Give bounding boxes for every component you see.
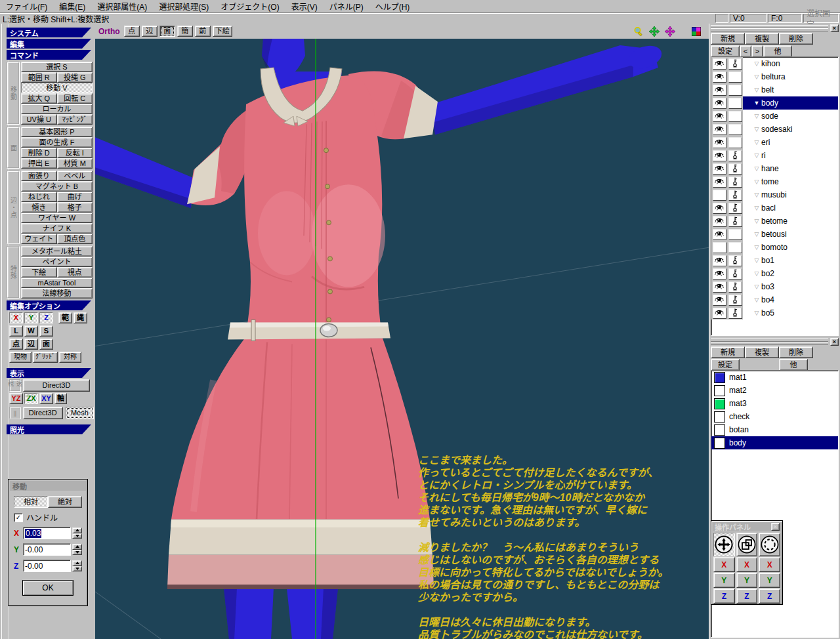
object-list-item[interactable]: ▽belt bbox=[711, 83, 838, 96]
section-header-display[interactable]: 表示 bbox=[7, 368, 91, 378]
object-list-item[interactable]: ▼body bbox=[711, 96, 838, 110]
command-button[interactable]: 曲げ bbox=[57, 192, 93, 202]
view-yz-button[interactable]: YZ bbox=[9, 393, 23, 404]
command-button[interactable]: 回転 C bbox=[57, 93, 93, 104]
y-value-input[interactable]: -0.00 bbox=[23, 543, 71, 556]
lock-key-toggle[interactable] bbox=[728, 308, 742, 319]
rotate-tool-icon[interactable] bbox=[759, 533, 780, 556]
direct3d-button[interactable]: Direct3D bbox=[23, 379, 90, 392]
scale-tool-icon[interactable] bbox=[736, 533, 758, 556]
viewport-tool-button[interactable]: 面 bbox=[159, 26, 175, 37]
material-list-item[interactable]: check bbox=[711, 410, 838, 423]
viewport-tool-button[interactable]: 下絵 bbox=[213, 26, 232, 37]
z-value-input[interactable]: -0.00 bbox=[23, 560, 71, 572]
command-button[interactable]: 傾き bbox=[21, 202, 57, 213]
object-list-item[interactable]: ▽kihon bbox=[711, 57, 838, 70]
lock-key-toggle[interactable] bbox=[728, 295, 742, 306]
command-button[interactable]: 移動 V bbox=[21, 83, 93, 93]
lock-key-toggle[interactable] bbox=[728, 72, 742, 83]
command-button[interactable]: ねじれ bbox=[21, 192, 57, 202]
expand-triangle-icon[interactable]: ▽ bbox=[752, 218, 761, 224]
lock-key-toggle[interactable] bbox=[728, 255, 742, 266]
object-duplicate-button[interactable]: 複製 bbox=[745, 33, 779, 45]
palette-icon[interactable] bbox=[690, 26, 702, 37]
lock-key-toggle[interactable] bbox=[728, 190, 742, 201]
command-button[interactable]: ナイフ K bbox=[21, 223, 93, 234]
expand-triangle-icon[interactable]: ▽ bbox=[752, 270, 761, 277]
section-header-edit-options[interactable]: 編集オプション bbox=[7, 300, 91, 310]
object-list-item[interactable]: ▽eri bbox=[711, 136, 838, 149]
expand-triangle-icon[interactable]: ▽ bbox=[752, 126, 761, 133]
material-list-item[interactable]: body bbox=[711, 436, 838, 449]
menu-item[interactable]: パネル(P) bbox=[324, 0, 369, 13]
lock-key-toggle[interactable] bbox=[728, 242, 742, 253]
toggle-actual-size[interactable]: 現物 bbox=[9, 352, 32, 363]
z-stepper[interactable] bbox=[72, 560, 82, 571]
menu-item[interactable]: 編集(E) bbox=[53, 0, 91, 13]
object-list-item[interactable]: ▽bo2 bbox=[711, 267, 838, 280]
expand-triangle-icon[interactable]: ▽ bbox=[752, 257, 761, 264]
toggle-world[interactable]: W bbox=[24, 325, 38, 337]
object-other-button[interactable]: 他 bbox=[763, 45, 792, 57]
viewport-tool-button[interactable]: 簡 bbox=[177, 26, 193, 37]
expand-triangle-icon[interactable]: ▼ bbox=[752, 100, 761, 106]
expand-triangle-icon[interactable]: ▽ bbox=[752, 165, 761, 172]
expand-triangle-icon[interactable]: ▽ bbox=[752, 152, 761, 159]
toggle-x-axis[interactable]: X bbox=[9, 312, 23, 323]
section-header-edit[interactable]: 編集 bbox=[7, 39, 91, 49]
lock-key-toggle[interactable] bbox=[728, 85, 742, 96]
visibility-eye-toggle[interactable] bbox=[713, 190, 726, 201]
axis-z-button[interactable]: Z bbox=[713, 588, 735, 604]
move-panel-title[interactable]: 移動 bbox=[10, 481, 86, 491]
toggle-screen[interactable]: S bbox=[39, 325, 53, 337]
lock-key-toggle[interactable] bbox=[728, 163, 742, 175]
axis-y-button[interactable]: Y bbox=[736, 573, 758, 588]
move-tool-icon[interactable] bbox=[713, 533, 735, 556]
visibility-eye-toggle[interactable] bbox=[713, 124, 726, 135]
viewport-tool-button[interactable]: 辺 bbox=[142, 26, 158, 37]
object-list-item[interactable]: ▽bomoto bbox=[711, 241, 838, 254]
command-button[interactable]: ベベル bbox=[57, 171, 93, 181]
material-delete-button[interactable]: 削除 bbox=[779, 346, 813, 358]
lock-key-toggle[interactable] bbox=[728, 111, 742, 122]
visibility-eye-toggle[interactable] bbox=[713, 58, 726, 70]
ok-button[interactable]: OK bbox=[22, 580, 74, 596]
object-delete-button[interactable]: 削除 bbox=[779, 33, 813, 45]
visibility-eye-toggle[interactable] bbox=[713, 137, 726, 148]
menu-item[interactable]: ヘルプ(H) bbox=[369, 0, 416, 13]
menu-item[interactable]: ファイル(F) bbox=[0, 0, 53, 13]
section-header-command[interactable]: コマンド bbox=[7, 50, 91, 60]
lock-key-toggle[interactable] bbox=[728, 216, 742, 227]
expand-triangle-icon[interactable]: ▽ bbox=[752, 139, 761, 146]
expand-triangle-icon[interactable]: ▽ bbox=[752, 113, 761, 119]
viewport-canvas[interactable]: ここまで来ました。作っているとごてごて付け足したくなるんですが、とにかくレトロ・… bbox=[95, 39, 709, 639]
object-settings-button[interactable]: 設定 bbox=[711, 45, 740, 57]
material-list-item[interactable]: mat2 bbox=[711, 384, 838, 397]
menu-item[interactable]: オブジェクト(O) bbox=[215, 0, 285, 13]
material-list-item[interactable]: mat3 bbox=[711, 397, 838, 410]
visibility-eye-toggle[interactable] bbox=[713, 176, 726, 188]
axis-x-button[interactable]: X bbox=[759, 557, 780, 572]
rope-select-button[interactable]: 縄 bbox=[74, 312, 87, 323]
object-list-item[interactable]: ▽tome bbox=[711, 175, 838, 188]
command-button[interactable]: ワイヤー W bbox=[21, 213, 93, 223]
pan-icon[interactable] bbox=[648, 26, 660, 37]
toggle-point[interactable]: 点 bbox=[9, 339, 23, 350]
object-list-item[interactable]: ▽sodesaki bbox=[711, 123, 838, 136]
axis-z-button[interactable]: Z bbox=[736, 588, 758, 604]
toggle-z-axis[interactable]: Z bbox=[39, 312, 53, 323]
view-zx-button[interactable]: ZX bbox=[24, 393, 38, 404]
menu-item[interactable]: 選択部処理(S) bbox=[153, 0, 215, 13]
object-list-item[interactable]: ▽betousi bbox=[711, 228, 838, 241]
axis-x-button[interactable]: X bbox=[736, 557, 758, 572]
x-value-input[interactable]: 0.03 bbox=[23, 527, 71, 539]
close-icon[interactable]: × bbox=[771, 523, 780, 531]
lock-key-toggle[interactable] bbox=[728, 98, 742, 109]
absolute-mode-button[interactable]: 絶対 bbox=[48, 496, 82, 508]
object-list-item[interactable]: ▽bo3 bbox=[711, 280, 838, 293]
visibility-eye-toggle[interactable] bbox=[713, 98, 726, 109]
object-list-item[interactable]: ▽bo4 bbox=[711, 293, 838, 306]
visibility-eye-toggle[interactable] bbox=[713, 85, 726, 96]
command-button[interactable]: 視点 bbox=[57, 267, 93, 278]
menu-item[interactable]: 表示(V) bbox=[285, 0, 324, 13]
